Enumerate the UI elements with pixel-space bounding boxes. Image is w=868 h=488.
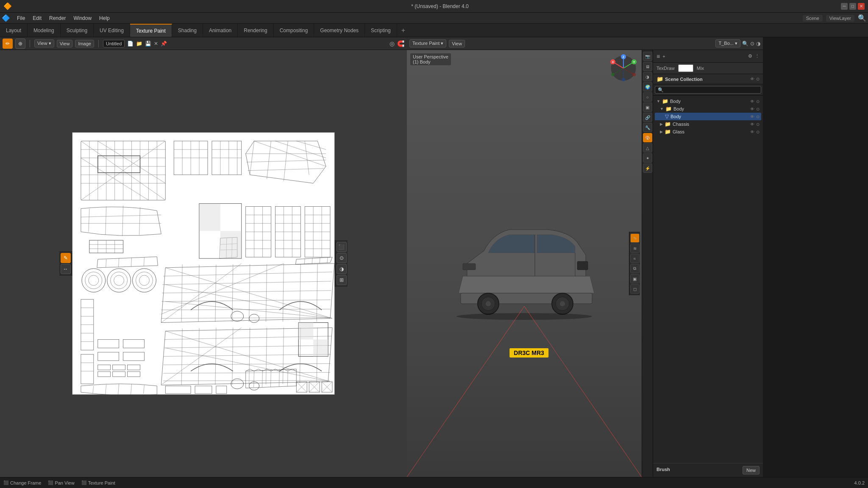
vp-view-menu[interactable]: View: [449, 40, 465, 47]
scene-props-btn[interactable]: 🌍: [643, 82, 652, 92]
material-props-btn[interactable]: 🎨: [643, 133, 652, 142]
scene-collection-header[interactable]: 📁 Scene Collection 👁 ⊙: [653, 74, 763, 84]
render-props-btn[interactable]: 📷: [643, 52, 652, 61]
smear-tool-vp[interactable]: ≈: [630, 254, 640, 263]
viewport-overlay-icon[interactable]: ⊙: [750, 41, 754, 47]
scene-collection-label: Scene Collection: [665, 77, 703, 82]
close-button[interactable]: ✕: [858, 3, 865, 10]
output-props-btn[interactable]: 🖥: [643, 62, 652, 71]
minimize-button[interactable]: ─: [841, 3, 848, 10]
scene-selector[interactable]: Scene: [803, 15, 823, 22]
svg-rect-211: [577, 261, 588, 270]
maximize-button[interactable]: □: [849, 3, 856, 10]
snap-icon[interactable]: 🧲: [397, 40, 404, 47]
soften-tool-vp[interactable]: ≋: [630, 244, 640, 253]
grab-tool-btn[interactable]: ↔: [61, 264, 71, 274]
nav-gizmo[interactable]: Z Y: [609, 53, 638, 83]
mask-tool-vp[interactable]: ◻: [630, 284, 640, 294]
tab-texture-paint[interactable]: Texture Paint: [130, 24, 172, 37]
pivot-icon[interactable]: ◎: [389, 40, 395, 47]
sidebar-collapse-icon[interactable]: ⋮: [755, 53, 760, 59]
body-obj-disable[interactable]: ⊙: [756, 114, 760, 119]
zoom-fit-icon[interactable]: ⊞: [337, 275, 347, 285]
uv-draw-tool[interactable]: ✏: [3, 39, 13, 49]
uv-editor-panel: ✏ ⊕ View ▾ View Image Untitled 📄 📁 💾 ✕ 📌…: [0, 37, 407, 477]
body-child-hide[interactable]: 👁: [750, 107, 754, 111]
image-new-icon[interactable]: 📄: [127, 41, 134, 47]
body-root-label: Body: [670, 99, 681, 104]
collection-glass[interactable]: ▶ 📁 Glass 👁 ⊙: [655, 128, 761, 136]
disable-icon[interactable]: ⊙: [756, 77, 760, 81]
uv-canvas[interactable]: ✎ ↔: [0, 50, 407, 477]
viewlayer-selector[interactable]: ViewLayer: [826, 15, 854, 22]
collection-body-child[interactable]: ▼ 📁 Body 👁 ⊙: [655, 105, 761, 113]
texture-select[interactable]: T_Bo... ▾: [715, 39, 740, 47]
chassis-hide[interactable]: 👁: [750, 122, 754, 127]
image-name[interactable]: Untitled: [103, 40, 125, 47]
uv-image-menu[interactable]: Image: [75, 40, 94, 47]
tab-compositing[interactable]: Compositing: [274, 24, 314, 37]
constraint-props-btn[interactable]: 🔗: [643, 113, 652, 122]
body-object-icon: ▽: [665, 114, 669, 119]
menu-file[interactable]: File: [14, 14, 28, 22]
menu-window[interactable]: Window: [70, 14, 95, 22]
hide-icon[interactable]: 👁: [750, 77, 754, 81]
image-close-icon[interactable]: ✕: [154, 41, 158, 47]
clone-tool-vp[interactable]: ⧉: [630, 264, 640, 273]
physics-props-btn[interactable]: ⚡: [643, 164, 652, 173]
tab-shading[interactable]: Shading: [172, 24, 203, 37]
modifier-props-btn[interactable]: 🔧: [643, 123, 652, 132]
uv-mode-select[interactable]: View ▾: [34, 39, 54, 47]
draw-tool-btn[interactable]: ✎: [61, 253, 71, 263]
viewport-shading-icon[interactable]: ◑: [756, 41, 760, 47]
new-brush-button[interactable]: New: [743, 466, 760, 474]
search-icon[interactable]: 🔍: [858, 14, 866, 22]
viewport-search-icon[interactable]: 🔍: [742, 41, 748, 47]
object-body[interactable]: ▽ Body 👁 ⊙: [655, 113, 761, 120]
menu-help[interactable]: Help: [96, 14, 113, 22]
tab-animation[interactable]: Animation: [203, 24, 238, 37]
tab-sculpting[interactable]: Sculpting: [61, 24, 94, 37]
sidebar-search-input[interactable]: [655, 86, 761, 94]
viewlayer-props-btn[interactable]: ◑: [643, 72, 652, 81]
add-tab-button[interactable]: +: [397, 24, 409, 37]
collection-chassis[interactable]: ▶ 📁 Chassis 👁 ⊙: [655, 120, 761, 128]
tab-modeling[interactable]: Modeling: [28, 24, 61, 37]
tab-scripting[interactable]: Scripting: [365, 24, 397, 37]
chassis-disable[interactable]: ⊙: [756, 122, 760, 127]
tab-layout[interactable]: Layout: [0, 24, 28, 37]
tp-color-swatch[interactable]: [678, 64, 693, 72]
world-props-btn[interactable]: ○: [643, 92, 652, 102]
menu-edit[interactable]: Edit: [29, 14, 45, 22]
glass-disable[interactable]: ⊙: [756, 130, 760, 134]
uv-cursor-tool[interactable]: ⊕: [15, 39, 25, 49]
collection-body-root[interactable]: ▼ 📁 Body 👁 ⊙: [655, 97, 761, 105]
body-root-disable[interactable]: ⊙: [756, 99, 760, 104]
view-3d-icon[interactable]: ⬛: [337, 242, 347, 252]
object-props-btn[interactable]: ▣: [643, 103, 652, 112]
body-root-hide[interactable]: 👁: [750, 99, 754, 104]
fill-tool-vp[interactable]: ▣: [630, 274, 640, 283]
sidebar-filter-icon[interactable]: ⚙: [748, 53, 752, 59]
3d-viewport[interactable]: DR3C MR3 User Perspective (1) Body: [407, 50, 642, 477]
tab-geometry-nodes[interactable]: Geometry Nodes: [314, 24, 365, 37]
uv-view-menu[interactable]: View: [57, 40, 73, 47]
glass-hide[interactable]: 👁: [750, 130, 754, 134]
shading-icon[interactable]: ◑: [337, 264, 347, 274]
image-pin-icon[interactable]: 📌: [161, 41, 167, 47]
window-controls: ─ □ ✕: [841, 3, 865, 10]
overlay-icon[interactable]: ⊙: [337, 253, 347, 263]
data-props-btn[interactable]: △: [643, 143, 652, 152]
tab-uv-editing[interactable]: UV Editing: [94, 24, 130, 37]
image-save-icon[interactable]: 💾: [145, 41, 151, 47]
sidebar-add-icon[interactable]: +: [662, 54, 665, 59]
particles-props-btn[interactable]: ✦: [643, 153, 652, 163]
body-obj-hide[interactable]: 👁: [750, 114, 754, 119]
tab-rendering[interactable]: Rendering: [238, 24, 273, 37]
vp-mode-select[interactable]: Texture Paint ▾: [409, 39, 446, 47]
svg-rect-210: [463, 263, 476, 270]
draw-tool-vp[interactable]: ✎: [630, 233, 640, 243]
menu-render[interactable]: Render: [46, 14, 69, 22]
image-open-icon[interactable]: 📁: [136, 41, 142, 47]
body-child-disable[interactable]: ⊙: [756, 107, 760, 111]
